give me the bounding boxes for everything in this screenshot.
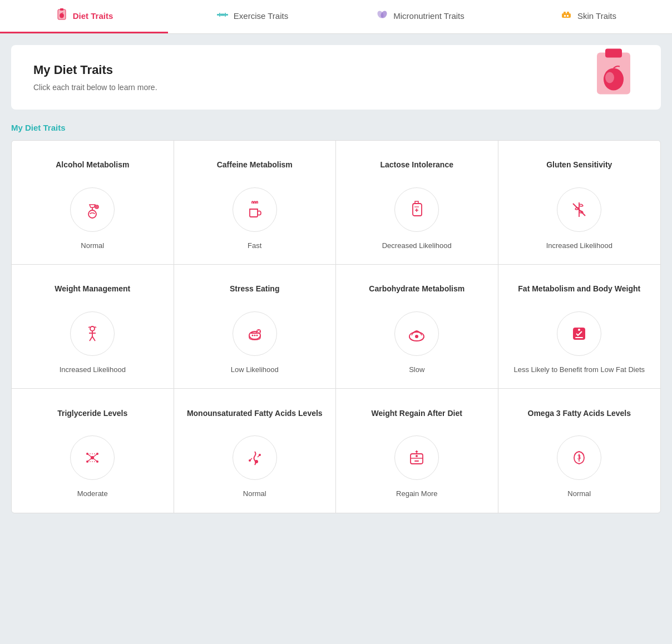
trait-omega3[interactable]: Omega 3 Fatty Acids Levels 3 Normal xyxy=(498,389,661,512)
svg-line-42 xyxy=(92,458,97,462)
trait-icon-omega3: 3 xyxy=(557,435,601,480)
trait-value-weight: Increased Likelihood xyxy=(60,365,126,375)
trait-icon-triglyceride xyxy=(70,435,115,480)
trait-value-fat: Less Likely to Benefit from Low Fat Diet… xyxy=(513,365,645,375)
trait-value-gluten: Increased Likelihood xyxy=(546,241,612,251)
trait-icon-monounsaturated xyxy=(233,435,277,480)
trait-icon-gluten xyxy=(557,187,601,232)
svg-rect-5 xyxy=(219,13,220,17)
exercise-tab-icon xyxy=(216,8,229,24)
trait-value-caffeine: Fast xyxy=(248,241,261,251)
trait-icon-stress xyxy=(233,311,277,356)
trait-title-triglyceride: Triglyceride Levels xyxy=(57,402,127,424)
svg-point-23 xyxy=(90,326,95,331)
trait-value-alcohol: Normal xyxy=(81,241,104,251)
trait-icon-regain xyxy=(394,435,439,480)
trait-value-regain: Regain More xyxy=(396,489,437,499)
trait-title-lactose: Lactose Intolerance xyxy=(381,154,454,176)
trait-value-monounsaturated: Normal xyxy=(243,489,266,499)
main-content: My Diet Traits Click each trait below to… xyxy=(0,34,672,524)
svg-rect-16 xyxy=(605,49,622,58)
trait-icon-caffeine xyxy=(233,187,277,232)
tabs-container: Diet Traits Exercise Traits Micronutrien… xyxy=(0,0,672,34)
trait-icon-lactose xyxy=(394,187,439,232)
trait-title-weight: Weight Management xyxy=(55,278,130,300)
svg-rect-7 xyxy=(220,14,225,16)
hero-title: My Diet Traits xyxy=(33,63,639,77)
tab-exercise[interactable]: Exercise Traits xyxy=(168,0,336,33)
svg-rect-33 xyxy=(575,337,583,338)
trait-icon-weight xyxy=(70,311,115,356)
trait-triglyceride[interactable]: Triglyceride Levels Moderate xyxy=(12,389,174,512)
trait-gluten-sensitivity[interactable]: Gluten Sensitivity Increased Likelihood xyxy=(498,141,661,265)
svg-rect-1 xyxy=(60,8,63,11)
svg-rect-13 xyxy=(564,15,566,17)
trait-icon-fat xyxy=(557,311,601,356)
trait-weight-regain[interactable]: Weight Regain After Diet Regain More xyxy=(336,389,498,512)
trait-stress-eating[interactable]: Stress Eating Low Likelihood xyxy=(174,265,337,389)
trait-value-carb: Slow xyxy=(409,365,424,375)
tab-diet[interactable]: Diet Traits xyxy=(0,0,168,33)
svg-point-18 xyxy=(605,72,614,83)
trait-weight-management[interactable]: Weight Management Increased Likelihood xyxy=(12,265,174,389)
trait-carbohydrate-metabolism[interactable]: Carbohydrate Metabolism Slow xyxy=(336,265,498,389)
trait-title-caffeine: Caffeine Metabolism xyxy=(217,154,293,176)
svg-rect-11 xyxy=(564,12,566,14)
svg-point-32 xyxy=(578,329,580,331)
svg-point-30 xyxy=(415,335,418,338)
trait-title-monounsaturated: Monounsaturated Fatty Acids Levels xyxy=(187,402,323,424)
trait-caffeine-metabolism[interactable]: Caffeine Metabolism Fast xyxy=(174,141,337,265)
exercise-tab-label: Exercise Traits xyxy=(234,11,288,21)
traits-grid: Alcohol Metabolism Normal Caffeine Metab… xyxy=(11,140,661,513)
svg-point-49 xyxy=(259,454,261,456)
svg-point-47 xyxy=(249,459,251,462)
trait-title-gluten: Gluten Sensitivity xyxy=(546,154,612,176)
tab-micronutrient[interactable]: Micronutrient Traits xyxy=(336,0,504,33)
diet-tab-label: Diet Traits xyxy=(73,11,113,21)
micronutrient-tab-icon xyxy=(375,8,389,24)
svg-line-40 xyxy=(92,454,97,458)
svg-rect-4 xyxy=(226,14,228,16)
svg-point-51 xyxy=(416,455,418,457)
tab-skin[interactable]: Skin Traits xyxy=(504,0,672,33)
trait-fat-metabolism[interactable]: Fat Metabolism and Body Weight Less Like… xyxy=(498,265,661,389)
trait-lactose-intolerance[interactable]: Lactose Intolerance Decreased Likelihood xyxy=(336,141,498,265)
hero-card: My Diet Traits Click each trait below to… xyxy=(11,45,661,110)
hero-icon xyxy=(589,47,639,108)
trait-title-carb: Carbohydrate Metabolism xyxy=(369,278,465,300)
hero-description: Click each trait below to learn more. xyxy=(33,83,639,92)
trait-value-stress: Low Likelihood xyxy=(231,365,279,375)
trait-title-alcohol: Alcohol Metabolism xyxy=(56,154,129,176)
trait-value-triglyceride: Moderate xyxy=(77,489,108,499)
trait-value-omega3: Normal xyxy=(567,489,591,499)
svg-point-19 xyxy=(88,210,96,218)
svg-point-25 xyxy=(251,335,253,336)
svg-rect-21 xyxy=(413,204,422,216)
trait-title-fat: Fat Metabolism and Body Weight xyxy=(518,278,640,300)
skin-tab-icon xyxy=(560,8,573,24)
trait-title-regain: Weight Regain After Diet xyxy=(372,402,462,424)
trait-monounsaturated[interactable]: Monounsaturated Fatty Acids Levels Norma… xyxy=(174,389,337,512)
svg-point-27 xyxy=(256,335,258,336)
diet-tab-icon xyxy=(55,8,68,24)
svg-line-39 xyxy=(87,454,92,458)
trait-icon-alcohol xyxy=(70,187,115,232)
svg-point-45 xyxy=(255,460,258,463)
svg-point-26 xyxy=(254,335,255,336)
svg-text:3: 3 xyxy=(577,453,581,461)
svg-rect-12 xyxy=(567,12,569,14)
trait-title-stress: Stress Eating xyxy=(230,278,279,300)
svg-rect-14 xyxy=(567,15,569,17)
trait-title-omega3: Omega 3 Fatty Acids Levels xyxy=(528,402,631,424)
micronutrient-tab-label: Micronutrient Traits xyxy=(393,11,465,21)
section-title: My Diet Traits xyxy=(11,123,661,132)
skin-tab-label: Skin Traits xyxy=(577,11,616,21)
svg-line-41 xyxy=(87,458,92,462)
trait-icon-carb xyxy=(394,311,439,356)
svg-point-2 xyxy=(60,13,64,18)
svg-rect-6 xyxy=(225,13,226,17)
trait-value-lactose: Decreased Likelihood xyxy=(382,241,452,251)
svg-rect-3 xyxy=(217,14,219,16)
svg-rect-10 xyxy=(562,13,571,18)
trait-alcohol-metabolism[interactable]: Alcohol Metabolism Normal xyxy=(12,141,174,265)
